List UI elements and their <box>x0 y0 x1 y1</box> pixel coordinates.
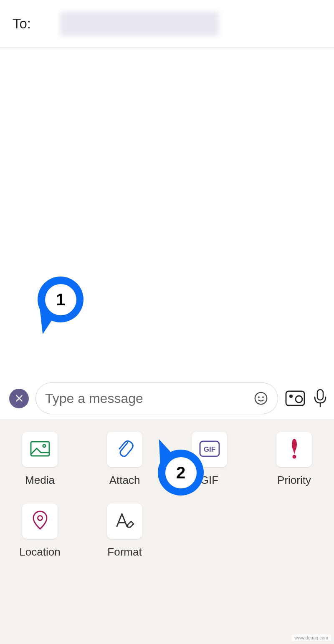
svg-point-5 <box>296 396 302 402</box>
watermark: www.deuaq.com <box>292 634 331 641</box>
annotation-number: 1 <box>45 284 76 315</box>
svg-rect-6 <box>317 390 323 400</box>
action-item-attach[interactable]: Attach <box>103 432 146 487</box>
svg-point-9 <box>43 444 45 447</box>
format-icon <box>114 511 135 531</box>
svg-point-2 <box>262 396 264 398</box>
microphone-icon <box>312 388 328 408</box>
location-icon-card <box>22 503 58 539</box>
microphone-button[interactable] <box>312 388 328 408</box>
camera-icon <box>285 390 306 407</box>
action-item-media[interactable]: Media <box>18 432 61 487</box>
media-icon-card <box>22 432 58 467</box>
action-label: Media <box>25 474 55 487</box>
annotation-callout-2: 2 <box>158 450 204 496</box>
action-item-format[interactable]: Format <box>103 503 146 558</box>
gif-icon: GIF <box>199 440 220 459</box>
to-label: To: <box>13 16 31 32</box>
action-label: Attach <box>109 474 140 487</box>
conversation-area: 1 <box>0 48 334 377</box>
emoji-icon <box>254 391 268 405</box>
action-label: Priority <box>277 474 311 487</box>
attach-icon-card <box>107 432 142 467</box>
priority-icon <box>290 438 299 461</box>
annotation-number: 2 <box>165 457 197 488</box>
attach-icon <box>116 440 134 460</box>
svg-point-14 <box>38 516 42 520</box>
svg-point-13 <box>292 455 296 458</box>
camera-button[interactable] <box>285 390 306 407</box>
recipient-chip[interactable] <box>60 12 219 36</box>
svg-point-0 <box>255 392 267 404</box>
action-label: Location <box>19 546 60 558</box>
emoji-button[interactable] <box>253 391 268 406</box>
svg-text:GIF: GIF <box>203 445 215 453</box>
svg-point-4 <box>289 395 293 398</box>
svg-rect-8 <box>31 442 49 456</box>
close-icon <box>15 394 24 403</box>
action-label: Format <box>107 546 142 558</box>
action-item-location[interactable]: Location <box>18 503 61 558</box>
message-input-container <box>35 382 278 414</box>
action-item-priority[interactable]: Priority <box>273 432 316 487</box>
message-input[interactable] <box>45 391 253 406</box>
message-input-row <box>0 377 334 419</box>
close-button[interactable] <box>9 389 29 408</box>
priority-icon-card <box>276 432 312 467</box>
format-icon-card <box>107 503 142 539</box>
to-header: To: <box>0 0 334 48</box>
media-icon <box>30 441 50 458</box>
svg-point-1 <box>258 396 260 398</box>
annotation-callout-1: 1 <box>38 277 84 322</box>
location-icon <box>32 511 48 532</box>
